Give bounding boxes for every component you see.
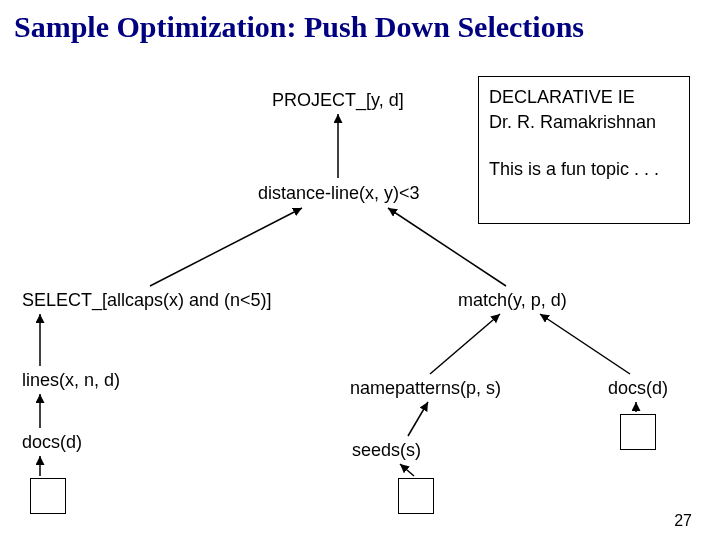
node-docs-right: docs(d) — [608, 378, 668, 399]
info-line3: This is a fun topic . . . — [489, 157, 679, 182]
node-distance: distance-line(x, y)<3 — [258, 183, 420, 204]
node-project: PROJECT_[y, d] — [272, 90, 404, 111]
node-seeds: seeds(s) — [352, 440, 421, 461]
svg-line-8 — [408, 402, 428, 436]
node-lines: lines(x, n, d) — [22, 370, 120, 391]
svg-line-9 — [400, 464, 414, 476]
svg-line-1 — [150, 208, 302, 286]
node-docs-left: docs(d) — [22, 432, 82, 453]
node-namepatterns: namepatterns(p, s) — [350, 378, 501, 399]
page-title: Sample Optimization: Push Down Selection… — [14, 10, 584, 44]
info-line2: Dr. R. Ramakrishnan — [489, 110, 679, 135]
box-seeds — [398, 478, 434, 514]
box-docs-left — [30, 478, 66, 514]
info-line1: DECLARATIVE IE — [489, 85, 679, 110]
node-match: match(y, p, d) — [458, 290, 567, 311]
page-number: 27 — [674, 512, 692, 530]
svg-line-6 — [430, 314, 500, 374]
box-docs-right — [620, 414, 656, 450]
svg-line-7 — [540, 314, 630, 374]
node-select: SELECT_[allcaps(x) and (n<5)] — [22, 290, 272, 311]
info-box: DECLARATIVE IE Dr. R. Ramakrishnan This … — [478, 76, 690, 224]
